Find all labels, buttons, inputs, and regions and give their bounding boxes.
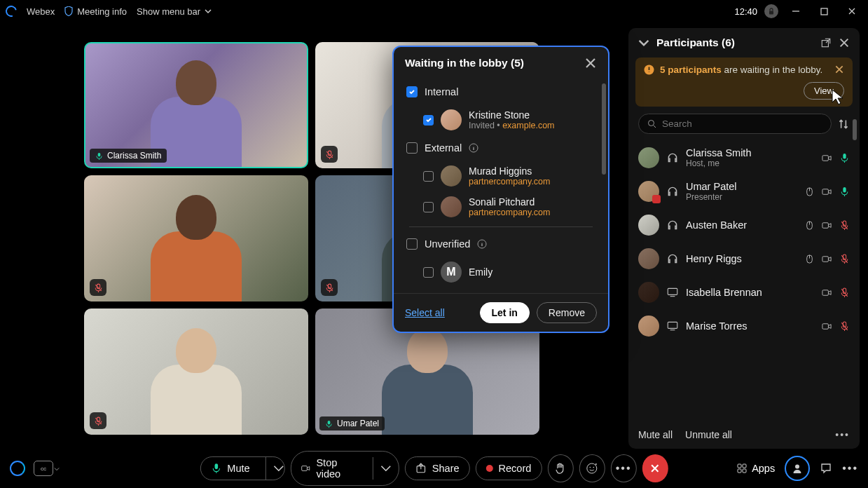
- lobby-row[interactable]: Sonali Pitchard partnercompany.com: [402, 191, 600, 222]
- info-icon[interactable]: [469, 143, 478, 153]
- scrollbar[interactable]: [602, 83, 606, 175]
- window-minimize[interactable]: [785, 1, 806, 22]
- app-name: Webex: [27, 6, 55, 17]
- info-icon[interactable]: [477, 239, 487, 249]
- chevron-down-icon: [380, 463, 392, 474]
- close-icon[interactable]: [584, 57, 597, 69]
- scrollbar[interactable]: [853, 119, 857, 140]
- more-options-icon[interactable]: •••: [835, 429, 850, 440]
- mic-off-icon[interactable]: [839, 287, 850, 298]
- mic-off-icon[interactable]: [839, 220, 850, 231]
- shield-icon: [64, 6, 73, 16]
- stop-video-button[interactable]: Stop video: [291, 451, 399, 486]
- participant-row[interactable]: Isabella Brennan: [638, 276, 850, 309]
- pop-out-icon[interactable]: [820, 37, 832, 48]
- video-tile[interactable]: Clarissa Smith: [84, 42, 308, 168]
- dismiss-icon[interactable]: [834, 65, 844, 74]
- window-close[interactable]: [841, 1, 862, 22]
- video-tile[interactable]: [84, 309, 308, 435]
- mic-icon[interactable]: [839, 187, 850, 197]
- participant-row[interactable]: Austen Baker: [638, 208, 850, 242]
- reactions-button[interactable]: [579, 454, 605, 482]
- svg-rect-27: [668, 322, 677, 328]
- select-all-link[interactable]: Select all: [405, 307, 445, 318]
- share-icon: [415, 463, 427, 474]
- checkbox-icon[interactable]: [423, 267, 434, 278]
- title-bar: Webex Meeting info Show menu bar 12:40: [0, 0, 868, 22]
- svg-rect-1: [821, 8, 827, 15]
- headset-icon: [666, 151, 679, 164]
- mouse-icon[interactable]: [804, 187, 815, 197]
- window-maximize[interactable]: [813, 1, 834, 22]
- participant-row[interactable]: Clarissa SmithHost, me: [638, 141, 850, 175]
- search-input[interactable]: [638, 114, 832, 134]
- svg-point-33: [587, 463, 597, 473]
- captions-button[interactable]: cc: [34, 461, 53, 476]
- mute-dropdown[interactable]: [266, 457, 285, 480]
- lobby-section-external[interactable]: External: [402, 135, 600, 161]
- mute-button[interactable]: Mute: [200, 456, 285, 480]
- avatar: [638, 181, 659, 202]
- video-dropdown[interactable]: [373, 457, 399, 480]
- chevron-down-icon: [273, 463, 284, 474]
- svg-rect-38: [738, 469, 741, 473]
- search-field[interactable]: [662, 118, 822, 129]
- camera-icon[interactable]: [822, 187, 832, 197]
- lobby-section-internal[interactable]: Internal: [402, 79, 600, 104]
- end-call-button[interactable]: [642, 454, 668, 482]
- record-button[interactable]: Record: [476, 456, 542, 480]
- checkbox-icon[interactable]: [423, 171, 434, 182]
- lock-button[interactable]: [764, 4, 778, 18]
- show-menu-bar-button[interactable]: Show menu bar: [137, 6, 212, 17]
- camera-icon[interactable]: [822, 153, 832, 163]
- let-in-button[interactable]: Let in: [480, 302, 530, 323]
- camera-icon[interactable]: [822, 287, 832, 298]
- mic-off-icon[interactable]: [839, 321, 850, 332]
- lobby-name: Kristine Stone: [469, 109, 595, 121]
- checkbox-checked-icon[interactable]: [423, 115, 434, 126]
- mouse-icon[interactable]: [804, 254, 815, 264]
- share-button[interactable]: Share: [405, 456, 470, 480]
- raise-hand-button[interactable]: [547, 454, 573, 482]
- participants-button[interactable]: [785, 456, 810, 481]
- unmute-all-button[interactable]: Unmute all: [685, 429, 732, 440]
- checkbox-icon[interactable]: [406, 142, 418, 154]
- participant-row[interactable]: Marise Torres: [638, 309, 850, 343]
- lobby-section-unverified[interactable]: Unverified: [402, 231, 600, 257]
- lobby-row[interactable]: M Emily: [402, 257, 600, 287]
- apps-button[interactable]: Apps: [736, 463, 775, 474]
- meeting-info-button[interactable]: Meeting info: [64, 6, 127, 17]
- close-icon[interactable]: [839, 37, 850, 48]
- chat-icon[interactable]: [820, 462, 832, 475]
- checkbox-icon[interactable]: [406, 238, 418, 250]
- record-icon: [486, 465, 493, 472]
- svg-rect-31: [302, 466, 308, 471]
- more-icon[interactable]: •••: [842, 462, 858, 475]
- mic-icon: [325, 420, 333, 428]
- video-tile[interactable]: [84, 175, 308, 301]
- lobby-row[interactable]: Kristine Stone Invited • example.com: [402, 104, 600, 135]
- checkbox-checked-icon[interactable]: [406, 86, 418, 97]
- camera-icon[interactable]: [822, 220, 832, 231]
- avatar: [638, 282, 659, 303]
- camera-icon[interactable]: [822, 321, 832, 332]
- emoji-icon: [586, 462, 598, 475]
- lock-icon: [768, 8, 775, 15]
- mute-all-button[interactable]: Mute all: [638, 429, 673, 440]
- mic-icon[interactable]: [839, 153, 850, 163]
- more-button[interactable]: •••: [611, 454, 637, 482]
- checkbox-icon[interactable]: [423, 202, 434, 212]
- avatar: [638, 147, 659, 168]
- remove-button[interactable]: Remove: [537, 302, 597, 323]
- hand-icon: [555, 462, 566, 475]
- participant-row[interactable]: Umar PatelPresenter: [638, 175, 850, 208]
- lobby-row[interactable]: Murad Higgins partnercompany.com: [402, 161, 600, 191]
- chevron-down-icon[interactable]: [638, 37, 649, 48]
- sort-icon[interactable]: [837, 118, 850, 130]
- mouse-icon[interactable]: [804, 220, 815, 231]
- participant-row[interactable]: Henry Riggs: [638, 242, 850, 276]
- webex-logo-icon[interactable]: [10, 461, 25, 476]
- camera-icon[interactable]: [822, 254, 832, 264]
- mic-off-icon[interactable]: [839, 254, 850, 264]
- headset-icon: [666, 185, 679, 198]
